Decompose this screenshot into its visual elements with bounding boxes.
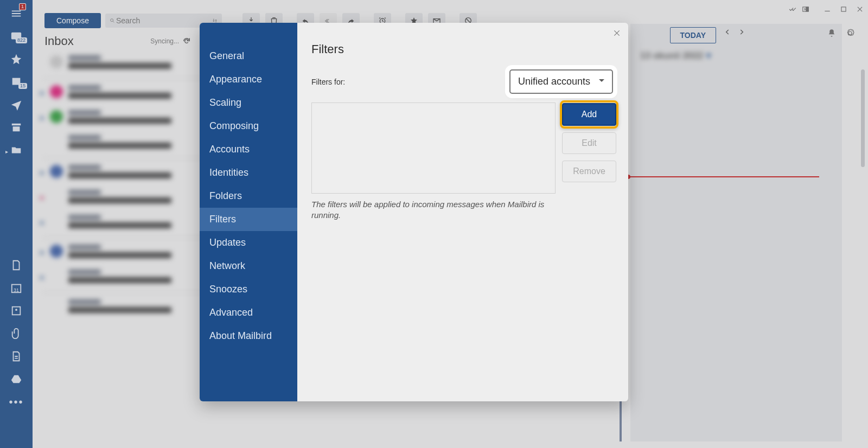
- settings-modal: General Appearance Scaling Composing Acc…: [200, 23, 628, 401]
- settings-tab-accounts[interactable]: Accounts: [200, 138, 297, 161]
- settings-tab-general[interactable]: General: [200, 44, 297, 68]
- settings-tab-snoozes[interactable]: Snoozes: [200, 278, 297, 301]
- settings-tab-about[interactable]: About Mailbird: [200, 324, 297, 348]
- close-icon: [613, 29, 621, 37]
- settings-tab-updates[interactable]: Updates: [200, 231, 297, 254]
- settings-tab-composing[interactable]: Composing: [200, 114, 297, 138]
- filters-listbox[interactable]: [311, 103, 556, 194]
- settings-tab-appearance[interactable]: Appearance: [200, 68, 297, 91]
- account-dropdown-value: Unified accounts: [518, 76, 590, 87]
- modal-close-button[interactable]: [613, 29, 621, 39]
- account-dropdown[interactable]: Unified accounts: [509, 69, 613, 94]
- settings-page-title: Filters: [311, 42, 613, 56]
- settings-content: Filters Filters for: Unified accounts Th…: [297, 23, 628, 401]
- settings-tab-identities[interactable]: Identities: [200, 161, 297, 184]
- settings-tab-advanced[interactable]: Advanced: [200, 301, 297, 324]
- settings-tab-network[interactable]: Network: [200, 254, 297, 278]
- settings-sidebar: General Appearance Scaling Composing Acc…: [200, 23, 297, 401]
- settings-tab-folders[interactable]: Folders: [200, 184, 297, 208]
- settings-tab-filters[interactable]: Filters: [200, 208, 297, 231]
- edit-filter-button: Edit: [562, 132, 616, 154]
- remove-filter-button: Remove: [562, 161, 616, 182]
- settings-tab-scaling[interactable]: Scaling: [200, 91, 297, 114]
- filters-for-label: Filters for:: [311, 78, 345, 86]
- filters-help-text: The filters will be applied to incoming …: [311, 199, 550, 221]
- add-filter-button[interactable]: Add: [562, 103, 616, 126]
